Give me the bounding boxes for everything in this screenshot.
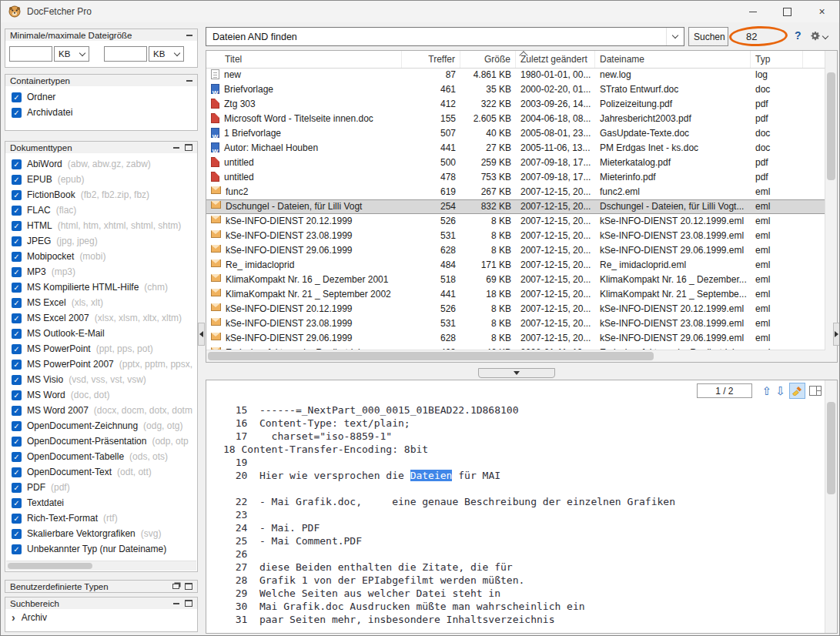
table-row[interactable]: KlimaKompakt Nr. 21 _ September 20024411… <box>206 287 825 302</box>
results-vertical-scrollbar[interactable] <box>825 51 837 350</box>
column-header-3[interactable]: Zuletzt geändert <box>516 51 595 68</box>
doctype-item[interactable]: ✓MS Outlook-E-Mail <box>5 326 197 341</box>
doctype-item[interactable]: ✓AbiWord(abw, abw.gz, zabw) <box>5 156 197 172</box>
checkbox-checked-icon[interactable]: ✓ <box>12 206 22 216</box>
container-type-item[interactable]: ✓Archivdatei <box>5 105 197 120</box>
doctype-item[interactable]: ✓Unbekannter Typ (nur Dateiname) <box>5 541 197 557</box>
collapse-panel-icon[interactable] <box>173 603 179 604</box>
doctype-item[interactable]: ✓HTML(html, htm, xhtml, shtml, shtm) <box>5 218 197 233</box>
maximize-panel-icon[interactable] <box>185 144 192 151</box>
column-header-2[interactable]: Größe <box>460 51 516 68</box>
checkbox-checked-icon[interactable]: ✓ <box>12 529 22 539</box>
table-row[interactable]: func2619267 KB2007-12-15, 20...func2.eml… <box>206 185 825 199</box>
doctype-item[interactable]: ✓Rich-Text-Format(rtf) <box>5 510 197 526</box>
checkbox-checked-icon[interactable]: ✓ <box>12 483 22 493</box>
min-size-unit-select[interactable]: KB <box>54 46 89 62</box>
doctype-item[interactable]: ✓Skalierbare Vektorgrafiken(svg) <box>5 526 197 541</box>
checkbox-checked-icon[interactable]: ✓ <box>12 313 22 323</box>
checkbox-checked-icon[interactable]: ✓ <box>12 514 22 524</box>
doctype-item[interactable]: ✓Mobipocket(mobi) <box>5 249 197 264</box>
checkbox-checked-icon[interactable]: ✓ <box>12 467 22 477</box>
column-header-1[interactable]: Treffer <box>402 51 460 68</box>
table-row[interactable]: untitled500259 KB2007-09-18, 17...Mieter… <box>206 156 825 170</box>
help-icon[interactable]: ? <box>795 29 802 42</box>
results-horizontal-scrollbar[interactable] <box>206 350 825 362</box>
table-row[interactable]: Dschungel - Dateien, für Lilli Vogt25483… <box>206 199 825 214</box>
tree-expand-icon[interactable]: › <box>12 612 15 623</box>
scrollbar-thumb[interactable] <box>827 72 835 180</box>
table-row[interactable]: kSe-INFO-DIENST 20.12.19995268 KB2007-12… <box>206 214 825 229</box>
column-header-4[interactable]: Dateiname <box>595 51 751 68</box>
search-button[interactable]: Suchen <box>688 27 728 46</box>
checkbox-checked-icon[interactable]: ✓ <box>12 452 22 462</box>
checkbox-checked-icon[interactable]: ✓ <box>12 437 22 447</box>
titlebar[interactable]: DocFetcher Pro × <box>1 1 839 22</box>
doctype-item[interactable]: ✓FLAC(flac) <box>5 203 197 218</box>
collapse-panel-icon[interactable] <box>173 147 179 149</box>
customtypes-panel-header[interactable]: Benutzerdefinierte Typen <box>5 580 198 593</box>
search-combo[interactable]: Dateien AND finden <box>206 27 684 46</box>
checkbox-checked-icon[interactable]: ✓ <box>12 421 22 431</box>
table-row[interactable]: kSe-INFO-DIENST 29.06.19996288 KB2007-12… <box>206 243 825 258</box>
results-header[interactable]: TitelTrefferGrößeZuletzt geändertDateina… <box>206 51 825 69</box>
doctype-item[interactable]: ✓MP3(mp3) <box>5 264 197 280</box>
checkbox-checked-icon[interactable]: ✓ <box>12 108 22 118</box>
doctype-item[interactable]: ✓OpenDocument-Text(odt, ott) <box>5 464 197 480</box>
max-size-input[interactable] <box>104 46 147 62</box>
restore-panel-icon[interactable] <box>172 584 179 589</box>
doctype-item[interactable]: ✓MS PowerPoint(ppt, pps, pot) <box>5 341 197 356</box>
doctype-item[interactable]: ✓OpenDocument-Zeichnung(odg, otg) <box>5 418 197 433</box>
checkbox-checked-icon[interactable]: ✓ <box>12 92 22 102</box>
combo-dropdown-button[interactable] <box>666 28 684 45</box>
table-row[interactable]: Briefvorlage46135 KB2000-02-20, 01...STr… <box>206 82 825 97</box>
collapse-panel-icon[interactable] <box>186 35 192 36</box>
containertypes-panel-header[interactable]: Containertypen <box>5 74 198 87</box>
scrollbar-thumb[interactable] <box>8 563 92 569</box>
table-row[interactable]: untitled478753 KB2007-09-18, 17...Mieter… <box>206 170 825 185</box>
checkbox-checked-icon[interactable]: ✓ <box>12 190 22 200</box>
collapse-panel-icon[interactable] <box>186 80 192 82</box>
table-row[interactable]: KlimaKompakt Nr. 16 _ Dezember 200151869… <box>206 273 825 287</box>
collapse-preview-button[interactable] <box>478 368 555 378</box>
checkbox-checked-icon[interactable]: ✓ <box>12 375 22 385</box>
checkbox-checked-icon[interactable]: ✓ <box>12 175 22 185</box>
highlight-toggle-button[interactable] <box>789 383 805 399</box>
collapse-right-button[interactable] <box>833 323 840 346</box>
doctypes-horizontal-scrollbar[interactable] <box>6 561 196 571</box>
collapse-sidebar-button[interactable] <box>198 323 205 346</box>
table-row[interactable]: kSe-INFO-DIENST 23.08.19995318 KB2007-12… <box>206 229 825 243</box>
doctype-item[interactable]: ✓MS Word(doc, dot) <box>5 387 197 403</box>
checkbox-checked-icon[interactable]: ✓ <box>12 252 22 262</box>
table-row[interactable]: kSe-INFO-DIENST 23.08.19995318 KB2007-12… <box>206 316 825 331</box>
checkbox-checked-icon[interactable]: ✓ <box>12 159 22 169</box>
max-size-unit-select[interactable]: KB <box>149 46 184 62</box>
scrollbar-thumb[interactable] <box>208 352 654 360</box>
doctype-item[interactable]: ✓PDF(pdf) <box>5 480 197 495</box>
doctype-item[interactable]: ✓EPUB(epub) <box>5 172 197 187</box>
doctype-item[interactable]: ✓MS PowerPoint 2007(pptx, pptm, ppsx, <box>5 356 197 372</box>
preview-vertical-scrollbar[interactable] <box>825 380 837 633</box>
checkbox-checked-icon[interactable]: ✓ <box>12 360 22 370</box>
checkbox-checked-icon[interactable]: ✓ <box>12 498 22 508</box>
checkbox-checked-icon[interactable]: ✓ <box>12 344 22 354</box>
table-row[interactable]: Microsoft Word - Titelseite innen.doc155… <box>206 112 825 126</box>
doctype-item[interactable]: ✓OpenDocument-Präsentation(odp, otp <box>5 433 197 449</box>
min-size-input[interactable] <box>9 46 52 62</box>
table-row[interactable]: kSe-INFO-DIENST 20.12.19995268 KB2007-12… <box>206 302 825 316</box>
container-type-item[interactable]: ✓Ordner <box>5 89 197 105</box>
column-header-0[interactable]: Titel <box>206 51 402 68</box>
checkbox-checked-icon[interactable]: ✓ <box>12 267 22 277</box>
checkbox-checked-icon[interactable]: ✓ <box>12 406 22 416</box>
doctype-item[interactable]: ✓Textdatei <box>5 495 197 510</box>
doctype-item[interactable]: ✓OpenDocument-Tabelle(ods, ots) <box>5 449 197 464</box>
preview-layout-toggle-icon[interactable] <box>809 386 822 396</box>
settings-button[interactable] <box>809 30 828 44</box>
previous-match-button[interactable]: ⇧ <box>762 385 772 397</box>
checkbox-checked-icon[interactable]: ✓ <box>12 544 22 554</box>
table-row[interactable]: Autor: Michael Houben44127 KB2005-11-06,… <box>206 141 825 156</box>
checkbox-checked-icon[interactable]: ✓ <box>12 283 22 293</box>
table-row[interactable]: 1 Briefvorlage50740 KB2005-08-01, 23...G… <box>206 126 825 141</box>
maximize-button[interactable] <box>770 1 805 22</box>
maximize-panel-icon[interactable] <box>185 583 192 590</box>
filesize-panel-header[interactable]: Minimale/maximale Dateigröße <box>5 28 198 42</box>
